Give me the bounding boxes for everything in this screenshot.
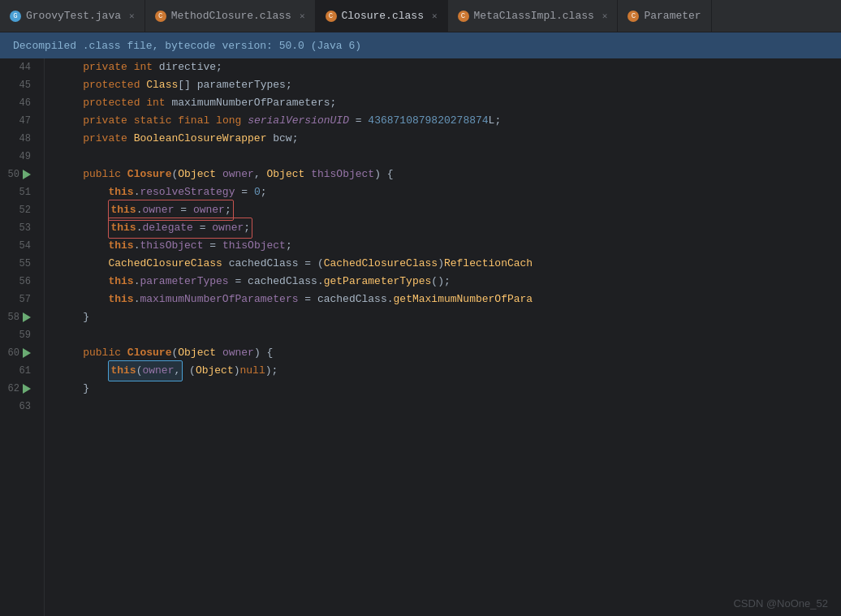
editor-wrapper: private int directive; protected Class […	[45, 58, 841, 616]
line-num-45: 45	[0, 76, 37, 94]
watermark: CSDN @NoOne_52	[733, 597, 828, 610]
code-line-53: this . delegate = owner ;	[58, 219, 841, 237]
arrow-58	[23, 312, 31, 322]
line-num-54: 54	[0, 237, 37, 255]
line-num-51: 51	[0, 183, 37, 201]
line-num-55: 55	[0, 255, 37, 273]
line-num-47: 47	[0, 112, 37, 130]
code-line-59	[58, 326, 841, 344]
banner-text: Decompiled .class file, bytecode version…	[13, 40, 361, 52]
highlight-61: this ( owner ,	[108, 360, 183, 381]
line-num-50: 50	[0, 166, 37, 183]
code-line-58: }	[58, 308, 841, 326]
tab-metaclass-label: MetaClassImpl.class	[474, 10, 594, 22]
code-line-55: CachedClosureClass cachedClass = ( Cache…	[58, 255, 841, 273]
line-num-59: 59	[0, 326, 37, 344]
tab-method-closure-label: MethodClosure.class	[171, 10, 291, 22]
code-line-57: this . maximumNumberOfParameters = cache…	[58, 291, 841, 308]
code-line-51: this . resolveStrategy = 0 ;	[58, 183, 841, 201]
arrow-60	[23, 348, 31, 358]
highlight-53: this . delegate = owner ;	[108, 218, 252, 239]
code-line-56: this . parameterTypes = cachedClass. get…	[58, 273, 841, 291]
code-line-46: protected int maximumNumberOfParameters;	[58, 94, 841, 112]
tab-metaclass-close[interactable]: ✕	[602, 11, 608, 21]
line-num-56: 56	[0, 273, 37, 291]
code-line-48: private BooleanClosureWrapper bcw;	[58, 130, 841, 148]
code-line-62: }	[58, 380, 841, 398]
code-line-45: protected Class [] parameterTypes;	[58, 76, 841, 94]
code-line-63	[58, 398, 841, 416]
tab-metaclass[interactable]: C MetaClassImpl.class ✕	[448, 0, 619, 32]
tab-parameter[interactable]: C Parameter	[618, 0, 711, 32]
line-numbers: 44 45 46 47 48 49 50 51 5	[0, 58, 45, 616]
code-line-44: private int directive;	[58, 58, 841, 76]
line-num-46: 46	[0, 94, 37, 112]
tab-closure[interactable]: C Closure.class ✕	[316, 0, 448, 32]
line-num-62: 62	[0, 380, 37, 398]
line-num-53: 53	[0, 219, 37, 237]
line-num-58: 58	[0, 308, 37, 326]
tab-method-closure-close[interactable]: ✕	[300, 11, 305, 21]
arrow-50	[23, 170, 31, 179]
code-line-61: this ( owner , ( Object ) null );	[58, 362, 841, 380]
line-num-49: 49	[0, 148, 37, 166]
line-num-52: 52	[0, 201, 37, 219]
info-banner: Decompiled .class file, bytecode version…	[0, 32, 841, 58]
parameter-icon: C	[628, 11, 639, 22]
tab-parameter-label: Parameter	[644, 10, 701, 22]
metaclass-icon: C	[458, 11, 469, 22]
code-line-52: this . owner = owner ;	[58, 201, 841, 219]
method-closure-icon: C	[155, 11, 166, 22]
code-line-50: public Closure ( Object owner , Object t…	[58, 166, 841, 183]
line-num-63: 63	[0, 398, 37, 416]
groovy-icon: G	[10, 11, 21, 22]
line-num-48: 48	[0, 130, 37, 148]
code-line-49	[58, 148, 841, 166]
tab-closure-close[interactable]: ✕	[432, 11, 438, 21]
arrow-62	[23, 384, 31, 394]
tab-groovy-close[interactable]: ✕	[129, 11, 135, 21]
code-line-54: this . thisObject = thisObject ;	[58, 237, 841, 255]
tab-closure-label: Closure.class	[342, 10, 424, 22]
tab-groovy[interactable]: G GroovyTest.java ✕	[0, 0, 145, 32]
tab-groovy-label: GroovyTest.java	[26, 10, 121, 22]
line-num-44: 44	[0, 58, 37, 76]
code-content: private int directive; protected Class […	[45, 58, 841, 416]
line-num-60: 60	[0, 344, 37, 362]
tab-method-closure[interactable]: C MethodClosure.class ✕	[145, 0, 316, 32]
line-num-57: 57	[0, 291, 37, 308]
code-line-60: public Closure ( Object owner ) {	[58, 344, 841, 362]
code-line-47: private static final long serialVersionU…	[58, 112, 841, 130]
editor-area: 44 45 46 47 48 49 50 51 5	[0, 58, 841, 616]
line-num-61: 61	[0, 362, 37, 380]
closure-icon: C	[326, 11, 337, 22]
tab-bar: G GroovyTest.java ✕ C MethodClosure.clas…	[0, 0, 841, 32]
